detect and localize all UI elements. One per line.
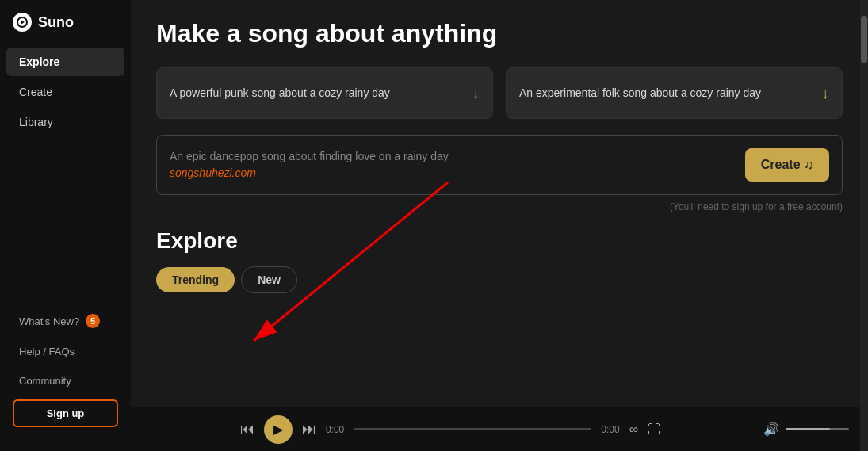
logo-icon (13, 13, 32, 32)
song-card-text-0: A powerful punk song about a cozy rainy … (170, 86, 462, 101)
loop-button[interactable]: ∞ (629, 422, 638, 437)
signup-hint: (You'll need to sign up for a free accou… (156, 201, 843, 212)
create-button[interactable]: Create ♫ (745, 148, 829, 182)
prompt-area: An epic dancepop song about finding love… (156, 135, 843, 195)
prompt-text: An epic dancepop song about finding love… (170, 148, 732, 182)
sidebar-bottom: What's New? 5 Help / FAQs Community Sign… (0, 300, 131, 438)
main-wrapper: Make a song about anything A powerful pu… (131, 0, 868, 451)
player-controls: ⏮ ▶ ⏭ 0:00 0:00 ∞ ⛶ (150, 415, 751, 444)
scrollbar[interactable] (860, 0, 868, 451)
whats-new-label: What's New? (19, 315, 79, 327)
logo: Suno (0, 13, 131, 48)
logo-text: Suno (38, 14, 74, 31)
song-card-0[interactable]: A powerful punk song about a cozy rainy … (156, 67, 493, 119)
content-area: Make a song about anything A powerful pu… (131, 0, 868, 407)
time-current: 0:00 (326, 424, 344, 435)
progress-bar[interactable] (354, 428, 591, 430)
sidebar-item-explore[interactable]: Explore (6, 48, 124, 76)
volume-bar[interactable] (786, 428, 849, 430)
song-card-arrow-0: ↓ (472, 84, 480, 102)
volume-area: 🔊 (763, 422, 849, 437)
signup-button[interactable]: Sign up (13, 399, 118, 427)
main-content: Make a song about anything A powerful pu… (131, 0, 868, 451)
sidebar-item-community[interactable]: Community (6, 367, 124, 395)
hero-title: Make a song about anything (156, 19, 843, 48)
song-card-text-1: An experimental folk song about a cozy r… (519, 86, 812, 101)
sidebar-item-create[interactable]: Create (6, 78, 124, 106)
volume-fill (786, 428, 830, 430)
watermark-text: songshuhezi.com (170, 166, 256, 179)
song-card-1[interactable]: An experimental folk song about a cozy r… (506, 67, 843, 119)
whats-new-badge: 5 (86, 314, 100, 328)
tab-trending[interactable]: Trending (156, 267, 235, 292)
whats-new-item[interactable]: What's New? 5 (6, 306, 124, 336)
song-cards-grid: A powerful punk song about a cozy rainy … (156, 67, 843, 119)
prompt-placeholder[interactable]: An epic dancepop song about finding love… (170, 150, 449, 162)
prev-button[interactable]: ⏮ (240, 421, 254, 438)
sidebar-item-library[interactable]: Library (6, 108, 124, 136)
sidebar: Suno Explore Create Library What's New? … (0, 0, 131, 451)
play-button[interactable]: ▶ (264, 415, 293, 444)
song-card-arrow-1: ↓ (821, 84, 829, 102)
next-button[interactable]: ⏭ (302, 421, 316, 438)
explore-title: Explore (156, 228, 843, 254)
volume-icon[interactable]: 🔊 (763, 422, 779, 437)
scrollbar-thumb[interactable] (861, 16, 867, 63)
player-bar: ⏮ ▶ ⏭ 0:00 0:00 ∞ ⛶ 🔊 (131, 407, 868, 451)
tab-row: Trending New (156, 266, 843, 293)
sidebar-item-help[interactable]: Help / FAQs (6, 338, 124, 365)
tab-new[interactable]: New (241, 266, 297, 293)
time-total: 0:00 (601, 424, 619, 435)
expand-button[interactable]: ⛶ (648, 422, 660, 437)
